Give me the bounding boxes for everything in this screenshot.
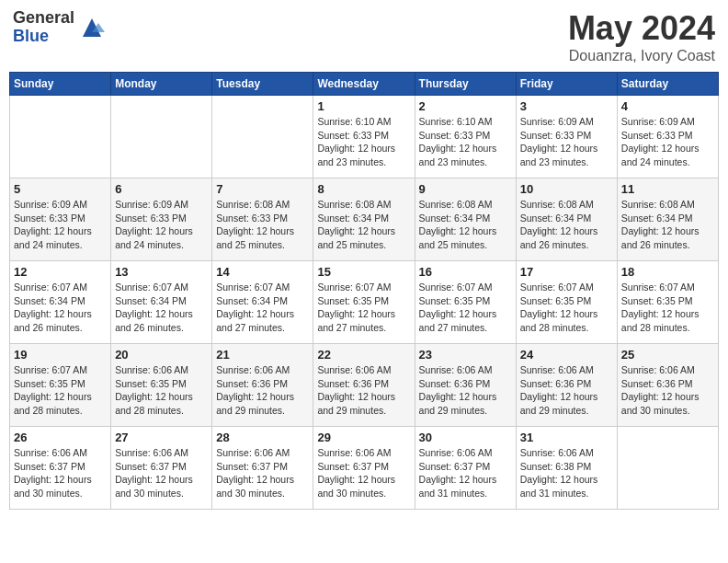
- calendar-cell: [212, 96, 313, 178]
- day-info: Sunrise: 6:07 AM Sunset: 6:35 PM Dayligh…: [621, 281, 714, 335]
- calendar-cell: 31Sunrise: 6:06 AM Sunset: 6:38 PM Dayli…: [516, 427, 617, 510]
- day-info: Sunrise: 6:07 AM Sunset: 6:34 PM Dayligh…: [14, 281, 107, 335]
- calendar-cell: 28Sunrise: 6:06 AM Sunset: 6:37 PM Dayli…: [212, 427, 313, 510]
- logo-icon: [78, 14, 106, 41]
- day-info: Sunrise: 6:08 AM Sunset: 6:34 PM Dayligh…: [621, 198, 714, 252]
- calendar-week-row: 19Sunrise: 6:07 AM Sunset: 6:35 PM Dayli…: [10, 344, 719, 427]
- calendar-cell: 4Sunrise: 6:09 AM Sunset: 6:33 PM Daylig…: [617, 96, 718, 178]
- calendar-cell: [617, 427, 718, 510]
- calendar-cell: [10, 96, 111, 178]
- day-number: 10: [520, 182, 613, 196]
- day-number: 31: [520, 431, 613, 444]
- calendar-week-row: 26Sunrise: 6:06 AM Sunset: 6:37 PM Dayli…: [10, 427, 719, 510]
- calendar-cell: 18Sunrise: 6:07 AM Sunset: 6:35 PM Dayli…: [617, 261, 718, 344]
- calendar-cell: 29Sunrise: 6:06 AM Sunset: 6:37 PM Dayli…: [313, 427, 415, 510]
- calendar-cell: 2Sunrise: 6:10 AM Sunset: 6:33 PM Daylig…: [415, 96, 516, 178]
- weekday-header-monday: Monday: [111, 73, 212, 96]
- day-number: 13: [115, 265, 208, 279]
- day-info: Sunrise: 6:07 AM Sunset: 6:35 PM Dayligh…: [419, 281, 512, 335]
- calendar-table: SundayMondayTuesdayWednesdayThursdayFrid…: [9, 72, 719, 510]
- calendar-cell: 12Sunrise: 6:07 AM Sunset: 6:34 PM Dayli…: [10, 261, 111, 344]
- day-number: 14: [216, 265, 309, 279]
- calendar-week-row: 12Sunrise: 6:07 AM Sunset: 6:34 PM Dayli…: [10, 261, 719, 344]
- day-info: Sunrise: 6:08 AM Sunset: 6:33 PM Dayligh…: [216, 198, 309, 252]
- day-number: 8: [317, 182, 410, 196]
- day-info: Sunrise: 6:06 AM Sunset: 6:37 PM Dayligh…: [317, 446, 410, 500]
- day-number: 26: [14, 431, 107, 444]
- day-number: 22: [317, 348, 410, 362]
- day-info: Sunrise: 6:06 AM Sunset: 6:36 PM Dayligh…: [520, 363, 613, 418]
- calendar-cell: 25Sunrise: 6:06 AM Sunset: 6:36 PM Dayli…: [617, 344, 718, 427]
- day-number: 20: [115, 348, 208, 362]
- day-number: 11: [621, 182, 714, 196]
- day-info: Sunrise: 6:08 AM Sunset: 6:34 PM Dayligh…: [520, 198, 613, 252]
- day-info: Sunrise: 6:10 AM Sunset: 6:33 PM Dayligh…: [419, 115, 512, 169]
- calendar-cell: [111, 96, 212, 178]
- day-number: 4: [621, 99, 714, 113]
- day-info: Sunrise: 6:06 AM Sunset: 6:36 PM Dayligh…: [317, 363, 410, 418]
- day-number: 1: [317, 99, 410, 113]
- calendar-cell: 3Sunrise: 6:09 AM Sunset: 6:33 PM Daylig…: [516, 96, 617, 178]
- day-info: Sunrise: 6:06 AM Sunset: 6:37 PM Dayligh…: [14, 446, 107, 500]
- day-number: 19: [14, 348, 107, 362]
- day-info: Sunrise: 6:06 AM Sunset: 6:35 PM Dayligh…: [115, 363, 208, 418]
- day-number: 28: [216, 431, 309, 444]
- day-info: Sunrise: 6:09 AM Sunset: 6:33 PM Dayligh…: [621, 115, 714, 169]
- day-number: 18: [621, 265, 714, 279]
- day-info: Sunrise: 6:06 AM Sunset: 6:37 PM Dayligh…: [115, 446, 208, 500]
- weekday-header-friday: Friday: [516, 73, 617, 96]
- day-number: 29: [317, 431, 410, 444]
- day-info: Sunrise: 6:07 AM Sunset: 6:35 PM Dayligh…: [14, 363, 107, 418]
- calendar-cell: 30Sunrise: 6:06 AM Sunset: 6:37 PM Dayli…: [415, 427, 516, 510]
- logo: General Blue: [13, 9, 106, 46]
- calendar-cell: 6Sunrise: 6:09 AM Sunset: 6:33 PM Daylig…: [111, 178, 212, 261]
- calendar-week-row: 5Sunrise: 6:09 AM Sunset: 6:33 PM Daylig…: [10, 178, 719, 261]
- day-info: Sunrise: 6:07 AM Sunset: 6:35 PM Dayligh…: [520, 281, 613, 335]
- day-number: 25: [621, 348, 714, 362]
- day-number: 2: [419, 99, 512, 113]
- day-info: Sunrise: 6:10 AM Sunset: 6:33 PM Dayligh…: [317, 115, 410, 169]
- day-number: 9: [419, 182, 512, 196]
- calendar-cell: 14Sunrise: 6:07 AM Sunset: 6:34 PM Dayli…: [212, 261, 313, 344]
- day-number: 30: [419, 431, 512, 444]
- calendar-cell: 16Sunrise: 6:07 AM Sunset: 6:35 PM Dayli…: [415, 261, 516, 344]
- day-info: Sunrise: 6:06 AM Sunset: 6:36 PM Dayligh…: [621, 363, 714, 418]
- day-number: 17: [520, 265, 613, 279]
- calendar-cell: 5Sunrise: 6:09 AM Sunset: 6:33 PM Daylig…: [10, 178, 111, 261]
- location-title: Douanzra, Ivory Coast: [568, 48, 715, 64]
- day-number: 16: [419, 265, 512, 279]
- day-number: 15: [317, 265, 410, 279]
- calendar-cell: 10Sunrise: 6:08 AM Sunset: 6:34 PM Dayli…: [516, 178, 617, 261]
- day-info: Sunrise: 6:07 AM Sunset: 6:34 PM Dayligh…: [216, 281, 309, 335]
- day-info: Sunrise: 6:08 AM Sunset: 6:34 PM Dayligh…: [419, 198, 512, 252]
- calendar-cell: 24Sunrise: 6:06 AM Sunset: 6:36 PM Dayli…: [516, 344, 617, 427]
- title-area: May 2024 Douanzra, Ivory Coast: [568, 9, 715, 64]
- day-info: Sunrise: 6:06 AM Sunset: 6:37 PM Dayligh…: [419, 446, 512, 500]
- calendar-cell: 17Sunrise: 6:07 AM Sunset: 6:35 PM Dayli…: [516, 261, 617, 344]
- day-number: 7: [216, 182, 309, 196]
- calendar-cell: 11Sunrise: 6:08 AM Sunset: 6:34 PM Dayli…: [617, 178, 718, 261]
- day-number: 24: [520, 348, 613, 362]
- day-info: Sunrise: 6:06 AM Sunset: 6:36 PM Dayligh…: [216, 363, 309, 418]
- calendar-cell: 9Sunrise: 6:08 AM Sunset: 6:34 PM Daylig…: [415, 178, 516, 261]
- day-info: Sunrise: 6:07 AM Sunset: 6:34 PM Dayligh…: [115, 281, 208, 335]
- day-info: Sunrise: 6:06 AM Sunset: 6:37 PM Dayligh…: [216, 446, 309, 500]
- month-title: May 2024: [568, 9, 715, 48]
- weekday-header-tuesday: Tuesday: [212, 73, 313, 96]
- calendar-cell: 21Sunrise: 6:06 AM Sunset: 6:36 PM Dayli…: [212, 344, 313, 427]
- day-number: 12: [14, 265, 107, 279]
- day-info: Sunrise: 6:08 AM Sunset: 6:34 PM Dayligh…: [317, 198, 410, 252]
- calendar-cell: 7Sunrise: 6:08 AM Sunset: 6:33 PM Daylig…: [212, 178, 313, 261]
- logo-general-text: General: [13, 9, 74, 28]
- calendar-cell: 19Sunrise: 6:07 AM Sunset: 6:35 PM Dayli…: [10, 344, 111, 427]
- weekday-header-sunday: Sunday: [10, 73, 111, 96]
- weekday-header-saturday: Saturday: [617, 73, 718, 96]
- day-info: Sunrise: 6:09 AM Sunset: 6:33 PM Dayligh…: [520, 115, 613, 169]
- day-number: 3: [520, 99, 613, 113]
- day-info: Sunrise: 6:07 AM Sunset: 6:35 PM Dayligh…: [317, 281, 410, 335]
- calendar-cell: 23Sunrise: 6:06 AM Sunset: 6:36 PM Dayli…: [415, 344, 516, 427]
- day-number: 27: [115, 431, 208, 444]
- weekday-header-wednesday: Wednesday: [313, 73, 415, 96]
- calendar-header: General Blue May 2024 Douanzra, Ivory Co…: [9, 9, 719, 64]
- calendar-cell: 1Sunrise: 6:10 AM Sunset: 6:33 PM Daylig…: [313, 96, 415, 178]
